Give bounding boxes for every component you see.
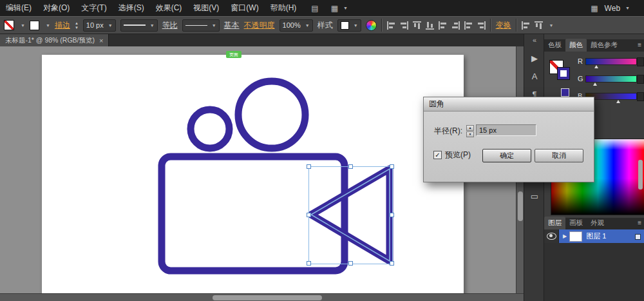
arrange-documents-arrow-icon[interactable]: ▼ — [343, 6, 348, 10]
radius-stepper[interactable]: ▲ ▼ — [466, 125, 474, 137]
channel-r-slider[interactable] — [585, 58, 637, 65]
selection-handle-sw[interactable] — [307, 261, 311, 266]
slider-marker-icon[interactable] — [594, 65, 598, 68]
document-window-icon[interactable]: ▤ — [311, 4, 318, 13]
checkbox-checked-icon[interactable]: ✓ — [433, 151, 442, 159]
document-tab[interactable]: 未标题-1* @ 98% (RGB/预览) × — [0, 34, 109, 46]
slider-marker-icon[interactable] — [593, 83, 597, 86]
ok-button[interactable]: 确定 — [482, 149, 531, 162]
arrange-documents-icon[interactable]: ▦ — [331, 4, 338, 13]
stroke-arrow-icon[interactable]: ▼ — [46, 23, 50, 28]
camera-icon-artwork[interactable] — [42, 55, 464, 296]
channel-g-slider[interactable] — [585, 75, 637, 83]
panel-character-icon[interactable]: A — [524, 72, 545, 81]
align-left-icon[interactable] — [387, 21, 395, 30]
stepper-up-icon[interactable]: ▲ — [75, 21, 79, 25]
tab-color-guide[interactable]: 颜色参考 — [587, 39, 621, 52]
fill-none-swatch[interactable] — [4, 20, 14, 30]
menu-help[interactable]: 帮助(H) — [265, 0, 303, 16]
vertical-scrollbar-thumb[interactable] — [518, 191, 523, 221]
panel-arrow-icon[interactable]: ▶ — [524, 53, 545, 63]
preview-checkbox-group[interactable]: ✓ 预览(P) — [433, 150, 471, 160]
color-panel-tabs: 色板 颜色 颜色参考 ≡ — [544, 39, 644, 52]
distribute-h-icon[interactable] — [464, 21, 473, 30]
selection-handle-se[interactable] — [390, 261, 394, 266]
opacity-panel-link[interactable]: 不透明度 — [244, 20, 275, 31]
selection-handle-w[interactable] — [307, 213, 311, 217]
menu-window[interactable]: 窗口(W) — [225, 0, 264, 16]
channel-b-value-field[interactable] — [637, 92, 644, 101]
selection-handle-e[interactable] — [390, 213, 394, 217]
align-center-v-icon[interactable] — [451, 21, 460, 30]
recolor-artwork-icon[interactable] — [366, 20, 377, 31]
align-center-h-icon[interactable] — [439, 21, 447, 30]
width-profile-combo[interactable]: ▼ — [120, 19, 158, 32]
menu-type[interactable]: 文字(T) — [75, 0, 112, 16]
align-bottom-icon[interactable] — [426, 21, 434, 30]
radius-input[interactable]: 15 px — [476, 124, 536, 136]
style-label[interactable]: 样式 — [317, 20, 333, 31]
close-tab-icon[interactable]: × — [99, 37, 103, 44]
selection-handle-n[interactable] — [348, 164, 353, 169]
divider — [490, 19, 491, 32]
channel-r-value-field[interactable] — [637, 57, 644, 66]
opacity-combo[interactable]: 100% ▼ — [279, 19, 313, 32]
menu-view[interactable]: 视图(V) — [187, 0, 225, 16]
width-profile-arrow-icon: ▼ — [150, 23, 155, 28]
stroke-panel-link[interactable]: 描边 — [55, 20, 70, 31]
layer-thumbnail[interactable] — [569, 231, 582, 242]
layer-expand-icon[interactable]: ▶ — [563, 233, 567, 239]
slider-marker-icon[interactable] — [616, 100, 620, 103]
layer-row[interactable]: ▶ 图层 1 — [544, 229, 644, 243]
tab-color[interactable]: 颜色 — [565, 39, 587, 52]
menu-select[interactable]: 选择(S) — [113, 0, 150, 16]
layer-name[interactable]: 图层 1 — [586, 231, 606, 241]
stroke-width-stepper[interactable]: ▲ ▼ — [75, 21, 79, 30]
layer-selection-indicator[interactable] — [635, 234, 641, 240]
align-top-icon[interactable] — [413, 21, 421, 30]
tab-layers[interactable]: 图层 — [544, 217, 565, 229]
align-right-icon[interactable] — [400, 21, 408, 30]
stroke-color-swatch[interactable] — [30, 21, 39, 30]
expand-panels-icon[interactable]: « — [524, 36, 545, 44]
channel-g-value-field[interactable] — [637, 75, 644, 84]
pathfinder-icon[interactable] — [535, 21, 543, 30]
tab-artboards[interactable]: 画板 — [565, 217, 587, 229]
stepper-up-icon[interactable]: ▲ — [466, 125, 474, 131]
panel-scrollbar-thumb[interactable] — [638, 160, 643, 189]
layers-panel-empty-area — [544, 243, 644, 301]
tab-appearance[interactable]: 外观 — [587, 217, 608, 229]
document-title: 未标题-1* @ 98% (RGB/预览) — [5, 36, 95, 45]
menu-edit[interactable]: 编辑(E) — [0, 0, 37, 16]
selection-bounding-box[interactable] — [308, 166, 393, 264]
stepper-down-icon[interactable]: ▼ — [466, 131, 474, 137]
color-panel-menu-icon[interactable]: ≡ — [638, 41, 641, 48]
brush-label[interactable]: 基本 — [224, 20, 240, 31]
workspace-switcher[interactable]: ▦ Web ▼ — [587, 0, 630, 16]
layers-panel-menu-icon[interactable]: ≡ — [638, 219, 641, 226]
tab-swatches[interactable]: 色板 — [544, 39, 565, 52]
profile-label[interactable]: 等比 — [162, 20, 178, 31]
horizontal-scrollbar-thumb[interactable] — [213, 295, 322, 300]
layer-visibility-cell[interactable] — [544, 229, 559, 243]
cancel-button[interactable]: 取消 — [535, 149, 583, 162]
eye-icon[interactable] — [547, 233, 556, 240]
style-combo[interactable]: ▼ — [337, 19, 361, 32]
stroke-width-combo[interactable]: 10 px ▼ — [83, 19, 116, 32]
distribute-v-icon[interactable] — [477, 21, 486, 30]
fill-arrow-icon[interactable]: ▼ — [21, 23, 25, 28]
selection-handle-nw[interactable] — [307, 164, 311, 169]
menu-object[interactable]: 对象(O) — [37, 0, 75, 16]
stepper-down-icon[interactable]: ▼ — [75, 26, 79, 30]
transform-panel-link[interactable]: 变换 — [496, 20, 511, 31]
dialog-title-bar[interactable]: 圆角 — [424, 97, 594, 112]
selection-handle-ne[interactable] — [390, 164, 394, 169]
brush-combo[interactable]: ▼ — [182, 19, 220, 32]
menu-effect[interactable]: 效果(C) — [150, 0, 188, 16]
horizontal-scrollbar[interactable] — [0, 293, 524, 301]
more-options-arrow-icon[interactable]: ▼ — [549, 23, 554, 28]
shape-mode-icon[interactable] — [522, 21, 530, 30]
selection-handle-s[interactable] — [348, 261, 353, 266]
panel-rect-icon[interactable]: ▭ — [524, 191, 545, 201]
stroke-width-arrow-icon: ▼ — [108, 23, 113, 28]
